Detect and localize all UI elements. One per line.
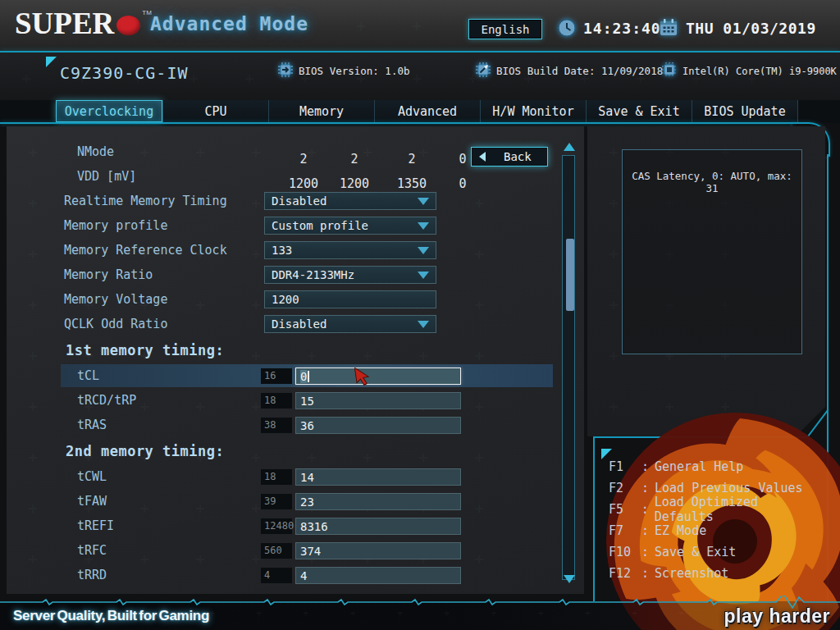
setting-label: VDD [mV] xyxy=(7,169,136,184)
tab-label: BIOS Update xyxy=(704,104,785,119)
setting-label: Memory Voltage xyxy=(7,292,167,307)
dropdown-value: Disabled xyxy=(272,317,326,331)
timing-default-value: 38 xyxy=(261,418,292,433)
hotkey-row: F1 : General Help xyxy=(609,456,824,477)
scroll-down-arrow[interactable] xyxy=(564,575,575,583)
bios-version-label: BIOS Version: 1.0b xyxy=(299,65,409,77)
section-title: 1st memory timing: xyxy=(7,342,224,358)
timing-value: 14 xyxy=(300,471,314,484)
timing-row[interactable]: tRAS 38 36 xyxy=(7,413,584,437)
timing-default-value: 12480 xyxy=(261,518,292,534)
header-bar: ++++++++++++++++++++++++++++++++++++++++… xyxy=(0,0,840,51)
language-button[interactable]: English xyxy=(468,19,542,39)
scroll-up-arrow[interactable] xyxy=(564,143,575,151)
tab[interactable]: Save & Exit xyxy=(586,100,692,122)
system-date[interactable]: THU 01/03/2019 xyxy=(686,20,816,37)
timing-input[interactable]: 0 xyxy=(295,368,461,385)
hotkey-key: F5 xyxy=(609,502,641,517)
dropdown-select[interactable]: 133 xyxy=(264,241,436,259)
timing-row[interactable]: tCWL 18 14 xyxy=(7,464,584,489)
timing-row[interactable]: tCL 16 0 xyxy=(7,363,584,388)
scrollbar[interactable] xyxy=(561,143,578,594)
setting-row-dropdown[interactable]: Memory Reference Clock 133 xyxy=(7,238,584,262)
setting-row-dropdown[interactable]: QCLK Odd Ratio Disabled xyxy=(7,312,584,336)
timing-value: 15 xyxy=(300,395,314,408)
value-ch3: 0 xyxy=(433,176,492,191)
setting-label: Memory profile xyxy=(7,218,167,233)
timing-input[interactable]: 374 xyxy=(295,542,461,559)
dropdown-select[interactable]: DDR4-2133MHz xyxy=(264,266,436,284)
timing-input[interactable]: 36 xyxy=(295,417,461,434)
dropdown-value: Custom profile xyxy=(272,219,368,232)
timing-row[interactable]: tREFI 12480 8316 xyxy=(7,514,584,538)
timing-input[interactable]: 15 xyxy=(295,392,461,409)
cpu-chip-icon xyxy=(661,62,678,80)
tab[interactable]: Overclocking xyxy=(56,100,162,122)
timing-label: tFAW xyxy=(7,494,107,509)
hotkey-separator: : xyxy=(641,545,655,559)
frame-top-line xyxy=(0,122,794,124)
text-input[interactable]: 1200 xyxy=(264,290,436,308)
timing-value: 0 xyxy=(300,370,307,383)
dropdown-select[interactable]: Disabled xyxy=(264,192,436,210)
input-value: 1200 xyxy=(272,293,299,306)
timing-input[interactable]: 23 xyxy=(295,493,461,510)
dropdown-value: Disabled xyxy=(272,194,326,208)
hotkey-label: Load Previous Values xyxy=(655,481,803,495)
board-model: C9Z390-CG-IW xyxy=(60,63,189,83)
tab[interactable]: CPU xyxy=(162,100,268,122)
timing-label: tRAS xyxy=(7,418,107,432)
section-header-row: 2nd memory timing: xyxy=(7,437,584,464)
timing-label: tCL xyxy=(7,368,99,383)
tab-label: Advanced xyxy=(398,104,457,119)
timing-row[interactable]: tRRD 4 4 xyxy=(7,563,584,587)
hotkey-label: Load Optimized Defaults xyxy=(655,495,824,524)
hotkey-row: F5 : Load Optimized Defaults xyxy=(609,499,824,520)
timing-input[interactable]: 4 xyxy=(295,567,461,584)
setting-row-dropdown[interactable]: Realtime Memory Timing Disabled xyxy=(7,189,584,213)
hotkey-separator: : xyxy=(641,502,655,517)
pulse-line xyxy=(0,596,840,609)
clock-icon xyxy=(557,18,577,41)
setting-row-dropdown[interactable]: Memory profile Custom profile xyxy=(7,213,584,238)
mode-title: Advanced Mode xyxy=(150,13,308,34)
timing-input[interactable]: 8316 xyxy=(295,518,461,535)
bios-version-group: BIOS Version: 1.0b xyxy=(277,62,409,80)
mouse-cursor xyxy=(354,366,372,388)
setting-label: Memory Reference Clock xyxy=(7,243,227,258)
system-time[interactable]: 14:23:40 xyxy=(583,20,661,37)
dropdown-select[interactable]: Disabled xyxy=(264,315,436,333)
tab-label: Overclocking xyxy=(65,104,153,119)
setting-row-dropdown[interactable]: Memory Ratio DDR4-2133MHz xyxy=(7,262,584,287)
value-ch1: 2 xyxy=(325,152,384,167)
help-text-box: CAS Latency, 0: AUTO, max: 31 xyxy=(622,149,802,354)
cpu-label: Intel(R) Core(TM) i9-9900K xyxy=(682,66,837,77)
bios-build-label: BIOS Build Date: 11/09/2018 xyxy=(496,65,663,77)
scrollbar-track[interactable] xyxy=(562,155,575,580)
hotkey-key: F1 xyxy=(609,459,641,474)
tab-bar: Overclocking CPU Memory Advanced H/W Mon… xyxy=(56,100,798,122)
tab[interactable]: Advanced xyxy=(374,100,480,122)
hotkey-separator: : xyxy=(641,566,655,581)
tab[interactable]: H/W Monitor xyxy=(480,100,586,122)
tab[interactable]: BIOS Update xyxy=(692,100,798,122)
setting-row-input[interactable]: Memory Voltage 1200 xyxy=(7,287,584,312)
timing-default-value: 18 xyxy=(261,469,292,485)
setting-label: Memory Ratio xyxy=(7,267,153,282)
timing-row[interactable]: tFAW 39 23 xyxy=(7,489,584,514)
back-button-label: Back xyxy=(504,150,532,163)
timing-row[interactable]: tRCD/tRP 18 15 xyxy=(7,388,584,413)
scrollbar-thumb[interactable] xyxy=(566,239,574,311)
chevron-down-icon xyxy=(418,222,429,230)
timing-value: 23 xyxy=(300,495,314,509)
settings-panel: ++++++++++++++++++++++++++++++++++++++++… xyxy=(7,126,584,594)
hotkey-separator: : xyxy=(641,481,655,495)
timing-row[interactable]: tRFC 560 374 xyxy=(7,538,584,563)
help-text: CAS Latency, 0: AUTO, max: 31 xyxy=(632,170,792,194)
tab[interactable]: Memory xyxy=(268,100,374,122)
back-button[interactable]: Back xyxy=(471,147,548,167)
timing-label: tRRD xyxy=(7,568,107,582)
timing-value: 8316 xyxy=(300,520,328,533)
timing-input[interactable]: 14 xyxy=(295,468,461,486)
dropdown-select[interactable]: Custom profile xyxy=(264,217,436,235)
